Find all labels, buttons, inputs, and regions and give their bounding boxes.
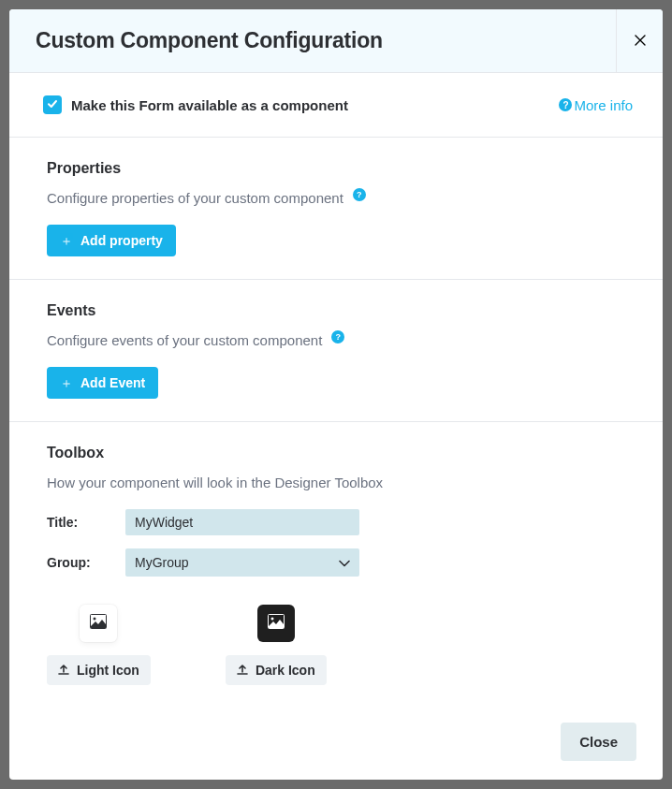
add-event-label: Add Event (80, 375, 145, 390)
properties-section: Properties Configure properties of your … (9, 137, 663, 279)
toolbox-desc-row: How your component will look in the Desi… (47, 475, 633, 490)
events-desc-row: Configure events of your custom componen… (47, 332, 633, 348)
properties-title: Properties (47, 160, 633, 177)
close-x-button[interactable] (616, 9, 663, 72)
icon-upload-row: Light Icon Dark Icon (47, 605, 633, 685)
events-section: Events Configure events of your custom c… (9, 279, 663, 421)
svg-point-3 (270, 618, 273, 621)
properties-desc: Configure properties of your custom comp… (47, 190, 343, 206)
properties-desc-row: Configure properties of your custom comp… (47, 190, 633, 206)
svg-point-1 (94, 618, 96, 621)
question-icon[interactable]: ? (353, 188, 366, 201)
checkbox-row: Make this Form available as a component (43, 95, 348, 114)
close-button[interactable]: Close (561, 723, 636, 761)
dark-icon-upload-button[interactable]: Dark Icon (226, 655, 327, 685)
toolbox-section: Toolbox How your component will look in … (9, 421, 663, 704)
enable-checkbox-label: Make this Form available as a component (71, 97, 348, 113)
toolbox-title: Toolbox (47, 445, 633, 461)
toolbox-desc: How your component will look in the Desi… (47, 475, 383, 490)
group-field-label: Group: (47, 555, 125, 570)
config-modal: Custom Component Configuration Make this… (9, 9, 663, 780)
add-event-button[interactable]: ＋ Add Event (47, 367, 158, 399)
close-icon (635, 33, 646, 50)
add-property-label: Add property (80, 233, 163, 248)
enable-row: Make this Form available as a component … (9, 73, 663, 137)
modal-header: Custom Component Configuration (9, 9, 663, 73)
enable-checkbox[interactable] (43, 95, 62, 114)
question-icon[interactable]: ? (331, 330, 344, 343)
upload-icon (237, 663, 248, 678)
upload-icon (58, 663, 69, 678)
plus-icon: ＋ (60, 234, 73, 247)
image-icon (90, 614, 107, 633)
more-info-text: More info (574, 97, 633, 113)
light-icon-upload-button[interactable]: Light Icon (47, 655, 151, 685)
group-select-value: MyGroup (135, 555, 189, 570)
group-select[interactable]: MyGroup (125, 548, 359, 577)
add-property-button[interactable]: ＋ Add property (47, 225, 176, 256)
light-icon-label: Light Icon (77, 663, 139, 678)
light-icon-preview (80, 605, 117, 642)
modal-body: Make this Form available as a component … (9, 73, 663, 704)
modal-footer: Close (9, 704, 663, 780)
events-desc: Configure events of your custom componen… (47, 332, 322, 348)
events-title: Events (47, 302, 633, 319)
plus-icon: ＋ (60, 376, 73, 389)
group-field-row: Group: MyGroup (47, 548, 633, 577)
chevron-down-icon (339, 554, 350, 571)
check-icon (47, 96, 58, 113)
image-icon (268, 614, 285, 633)
more-info-link[interactable]: ? More info (559, 97, 633, 113)
light-icon-col: Light Icon (47, 605, 151, 685)
dark-icon-col: Dark Icon (226, 605, 327, 685)
modal-title: Custom Component Configuration (9, 28, 409, 53)
title-input[interactable] (125, 509, 359, 535)
dark-icon-label: Dark Icon (256, 663, 315, 678)
dark-icon-preview (257, 605, 295, 642)
title-field-row: Title: (47, 509, 633, 535)
question-icon: ? (559, 98, 572, 111)
title-field-label: Title: (47, 515, 125, 530)
